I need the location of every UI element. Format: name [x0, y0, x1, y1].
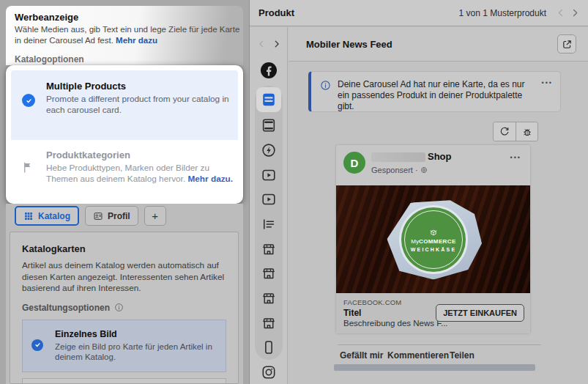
next-product-icon[interactable]: [570, 7, 581, 18]
previous-product-icon[interactable]: [555, 7, 566, 18]
preview-header: Produkt 1 von 1 Musterprodukt: [250, 0, 588, 26]
notice-menu-button[interactable]: •••: [542, 79, 553, 111]
badge-product-name: WEICHKÄSE: [411, 247, 457, 252]
external-link-icon: [562, 39, 573, 50]
report-bug-button[interactable]: [516, 122, 537, 141]
mobile-news-feed-icon[interactable]: [256, 87, 281, 112]
storefront-icon[interactable]: [256, 261, 281, 286]
product-image: MyCOMMERCE WEICHKÄSE: [336, 185, 530, 293]
redacted-page-name: [371, 152, 425, 162]
next-option-card-partial[interactable]: [22, 378, 226, 384]
badge-brand: MyCOMMERCE: [411, 238, 455, 245]
mobile-device-icon[interactable]: [256, 335, 281, 360]
next-placement-icon[interactable]: [272, 39, 282, 49]
storefront-2-icon[interactable]: [256, 286, 281, 311]
learn-more-link[interactable]: Mehr dazu: [116, 36, 157, 45]
grid-icon: [23, 211, 34, 221]
add-tab-button[interactable]: +: [144, 206, 166, 226]
info-icon: [320, 80, 331, 91]
catalog-options-spotlight: Multiple Products Promote a different pr…: [6, 65, 243, 204]
avatar: D: [343, 152, 365, 174]
sponsored-label: Gesponsert ·: [371, 166, 428, 174]
desktop-news-feed-icon[interactable]: [256, 114, 281, 139]
placement-nav: [250, 39, 288, 49]
preview-header-title: Produkt: [258, 7, 459, 18]
globe-icon: [420, 166, 428, 174]
product-pagination: 1 von 1 Musterprodukt: [459, 8, 546, 18]
post-header: D Shop Gesponsert · •••: [336, 145, 530, 185]
source-tabs: Katalog Profil +: [15, 206, 166, 226]
share-button[interactable]: Teilen: [450, 350, 475, 361]
option-description: Zeige ein Bild pro Karte für jeden Artik…: [55, 341, 235, 363]
catalog-cards-title: Katalogkarten: [22, 243, 226, 254]
flag-icon: [21, 160, 35, 177]
catalog-cards-description: Artikel aus deinem Katalog werden automa…: [22, 260, 236, 295]
option-description: Hebe Produkttypen, Marken oder Bilder zu…: [46, 163, 234, 185]
marketplace-icon[interactable]: [256, 237, 281, 262]
preview-subheader: Mobiler News Feed: [289, 27, 588, 62]
video-feeds-icon[interactable]: [256, 188, 281, 213]
page-title: Werbeanzeige: [15, 12, 78, 23]
catalog-options-label: Katalogoptionen: [15, 54, 84, 64]
selected-check-icon: [22, 94, 35, 107]
ad-post-card: D Shop Gesponsert · ••• MyCOMMERCE WEICH…: [336, 145, 530, 333]
post-menu-button[interactable]: •••: [510, 154, 521, 161]
link-preview-bar[interactable]: FACEBOOK.COM Titel Beschreibung des News…: [336, 293, 530, 333]
option-single-image[interactable]: Einzelnes Bild Zeige ein Bild pro Karte …: [22, 320, 226, 372]
refresh-icon: [499, 126, 510, 138]
box-icon: [428, 227, 439, 237]
previous-placement-icon[interactable]: [256, 39, 267, 49]
option-multiple-products[interactable]: Multiple Products Promote a different pr…: [11, 70, 238, 140]
panel-notch: [34, 232, 46, 237]
option-description: Promote a different product from your ca…: [46, 94, 235, 116]
instagram-icon[interactable]: [261, 364, 277, 380]
selected-check-icon: [31, 339, 43, 351]
option-title: Einzelnes Bild: [55, 329, 218, 339]
design-options-label: Gestaltungsoptionen: [22, 303, 226, 313]
open-preview-button[interactable]: [557, 34, 576, 53]
refresh-button[interactable]: [494, 122, 516, 141]
notice-box: Deine Carousel Ad hat nur eine Karte, da…: [308, 71, 561, 112]
info-icon[interactable]: [114, 303, 124, 312]
bug-icon: [521, 126, 533, 138]
tab-katalog[interactable]: Katalog: [15, 206, 79, 226]
preview-content: Deine Carousel Ad hat nur eine Karte, da…: [289, 62, 588, 384]
placement-strip: [250, 27, 288, 384]
dimmed-editor-area: Katalog Profil + Katalogkarten Artikel a…: [6, 204, 243, 384]
horizontal-scrollbar[interactable]: [334, 364, 535, 371]
like-button[interactable]: Gefällt mir: [340, 350, 383, 361]
notice-text: Deine Carousel Ad hat nur eine Karte, da…: [338, 79, 534, 111]
placement-title: Mobiler News Feed: [306, 39, 557, 50]
preview-panel: Produkt 1 von 1 Musterprodukt Mobiler Ne…: [249, 0, 588, 384]
instant-articles-icon[interactable]: [256, 138, 281, 163]
page-name: Shop: [428, 151, 452, 162]
comment-button[interactable]: Kommentieren: [387, 350, 449, 361]
ads-creation-screen: Werbeanzeige Wähle Medien aus, gib Text …: [0, 0, 588, 384]
page-description: Wähle Medien aus, gib Text ein und lege …: [15, 24, 243, 46]
tab-profil[interactable]: Profil: [85, 206, 138, 226]
cta-button[interactable]: JETZT EINKAUFEN: [436, 304, 524, 322]
preview-tools: [493, 122, 538, 141]
ad-setup-section: Werbeanzeige Wähle Medien aus, gib Text …: [6, 6, 243, 65]
catalog-cards-panel: Katalogkarten Artikel aus deinem Katalog…: [10, 232, 239, 384]
product-badge: MyCOMMERCE WEICHKÄSE: [401, 207, 466, 272]
search-results-icon[interactable]: [256, 212, 281, 237]
post-divider: [338, 344, 541, 345]
option-product-categories[interactable]: Produktkategorien Hebe Produkttypen, Mar…: [11, 140, 238, 199]
facebook-icon[interactable]: [260, 62, 278, 79]
placement-strip-group: [255, 86, 283, 360]
profile-card-icon: [93, 211, 103, 221]
storefront-3-icon[interactable]: [256, 311, 281, 336]
in-stream-video-icon[interactable]: [256, 163, 281, 188]
learn-more-link[interactable]: Mehr dazu.: [187, 174, 233, 184]
option-title: Multiple Products: [46, 81, 229, 92]
option-title: Produktkategorien: [46, 149, 229, 160]
